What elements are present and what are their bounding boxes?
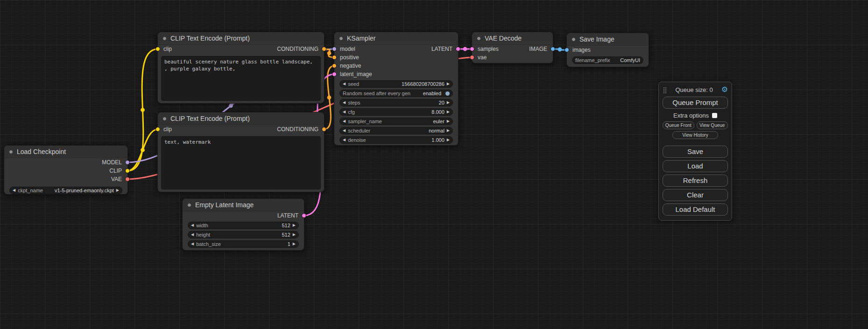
output-port-model[interactable]	[125, 160, 130, 165]
extra-options-checkbox[interactable]	[712, 113, 717, 118]
next-arrow-icon[interactable]: ▶	[447, 82, 450, 86]
input-port-latent-image[interactable]	[332, 72, 337, 77]
node-title-text: KSampler	[347, 35, 375, 42]
node-load-checkpoint[interactable]: Load Checkpoint MODEL CLIP VAE ◀ ckpt_na…	[4, 145, 128, 195]
output-label-vae: VAE	[111, 176, 122, 182]
node-title-bar[interactable]: CLIP Text Encode (Prompt)	[158, 32, 324, 45]
slot-row: positive	[334, 53, 458, 62]
node-empty-latent-image[interactable]: Empty Latent Image LATENT ◀ width 512 ▶ …	[182, 198, 304, 251]
widget-seed[interactable]: ◀ seed 156680208700286 ▶	[339, 80, 453, 88]
node-vae-decode[interactable]: VAE Decode samples IMAGE vae	[472, 32, 553, 63]
next-arrow-icon[interactable]: ▶	[447, 101, 450, 105]
input-label-clip: clip	[163, 46, 172, 52]
node-title-bar[interactable]: Load Checkpoint	[4, 146, 127, 158]
input-label-clip: clip	[163, 126, 172, 133]
prev-arrow-icon[interactable]: ◀	[343, 101, 346, 105]
node-ksampler[interactable]: KSampler model LATENT positive negative …	[334, 32, 459, 146]
widget-width[interactable]: ◀ width 512 ▶	[188, 222, 299, 229]
view-history-button[interactable]: View History	[672, 131, 718, 139]
settings-gear-icon[interactable]: ⚙	[721, 86, 728, 93]
prev-arrow-icon[interactable]: ◀	[191, 242, 194, 246]
prev-arrow-icon[interactable]: ◀	[343, 110, 346, 114]
clear-button[interactable]: Clear	[663, 189, 728, 201]
widget-filename-prefix[interactable]: filename_prefix ComfyUI	[572, 56, 643, 64]
next-arrow-icon[interactable]: ▶	[447, 138, 450, 142]
node-title-bar[interactable]: Save Image	[567, 33, 649, 46]
node-title-bar[interactable]: Empty Latent Image	[183, 199, 304, 211]
drag-handle-icon[interactable]: ⣿	[663, 86, 667, 93]
output-port-latent[interactable]	[302, 213, 306, 218]
input-port-samples[interactable]	[470, 47, 474, 51]
next-arrow-icon[interactable]: ▶	[293, 242, 296, 246]
node-title-bar[interactable]: KSampler	[334, 32, 458, 45]
prev-arrow-icon[interactable]: ◀	[343, 129, 346, 133]
input-port-clip[interactable]	[155, 127, 160, 132]
next-arrow-icon[interactable]: ▶	[116, 189, 119, 192]
widget-ckpt-name[interactable]: ◀ ckpt_name v1-5-pruned-emaonly.ckpt ▶	[9, 187, 122, 194]
input-port-clip[interactable]	[155, 47, 160, 51]
collapse-dot[interactable]	[187, 203, 191, 207]
input-port-model[interactable]	[332, 47, 337, 51]
node-title-text: CLIP Text Encode (Prompt)	[170, 115, 250, 122]
output-port-image[interactable]	[550, 47, 555, 51]
graph-canvas[interactable]: Load Checkpoint MODEL CLIP VAE ◀ ckpt_na…	[0, 0, 868, 329]
prev-arrow-icon[interactable]: ◀	[343, 119, 346, 123]
next-arrow-icon[interactable]: ▶	[293, 233, 296, 237]
negative-prompt-textarea[interactable]: text, watermark	[161, 136, 321, 189]
widget-random-seed-toggle[interactable]: Random seed after every gen enabled	[339, 90, 453, 97]
output-port-latent[interactable]	[456, 47, 460, 51]
prev-arrow-icon[interactable]: ◀	[191, 233, 194, 237]
node-clip-text-encode-positive[interactable]: CLIP Text Encode (Prompt) clip CONDITION…	[157, 32, 325, 104]
node-title-bar[interactable]: VAE Decode	[472, 32, 553, 45]
input-port-images[interactable]	[565, 48, 569, 52]
collapse-dot[interactable]	[339, 36, 343, 41]
next-arrow-icon[interactable]: ▶	[447, 110, 450, 114]
view-queue-button[interactable]: View Queue	[697, 121, 728, 129]
widget-cfg[interactable]: ◀ cfg 8.000 ▶	[339, 108, 453, 116]
next-arrow-icon[interactable]: ▶	[447, 119, 450, 123]
input-port-positive[interactable]	[332, 55, 337, 60]
queue-front-button[interactable]: Queue Front	[663, 121, 694, 129]
widget-batch-size[interactable]: ◀ batch_size 1 ▶	[188, 240, 299, 248]
collapse-dot[interactable]	[477, 36, 481, 41]
prev-arrow-icon[interactable]: ◀	[191, 224, 194, 227]
widget-sampler-name[interactable]: ◀ sampler_name euler ▶	[339, 118, 453, 125]
widget-height[interactable]: ◀ height 512 ▶	[188, 231, 299, 238]
slot-row: negative	[334, 62, 458, 70]
extra-options-row: Extra options	[663, 112, 728, 119]
prev-arrow-icon[interactable]: ◀	[13, 189, 15, 192]
collapse-dot[interactable]	[9, 150, 13, 154]
load-default-button[interactable]: Load Default	[663, 203, 728, 216]
node-save-image[interactable]: Save Image images filename_prefix ComfyU…	[566, 33, 649, 67]
input-label-negative: negative	[340, 63, 361, 69]
input-port-vae[interactable]	[470, 55, 474, 60]
refresh-button[interactable]: Refresh	[663, 175, 728, 187]
node-title-text: Empty Latent Image	[195, 201, 254, 209]
widget-scheduler[interactable]: ◀ scheduler normal ▶	[339, 127, 453, 134]
widget-denoise[interactable]: ◀ denoise 1.000 ▶	[339, 136, 453, 144]
node-title-bar[interactable]: CLIP Text Encode (Prompt)	[158, 112, 324, 125]
slot-row: samples IMAGE	[472, 45, 553, 53]
input-port-negative[interactable]	[332, 63, 337, 68]
save-button[interactable]: Save	[663, 146, 728, 158]
toggle-dot[interactable]	[445, 91, 450, 96]
prev-arrow-icon[interactable]: ◀	[343, 138, 346, 142]
widget-name: batch_size	[196, 241, 221, 247]
positive-prompt-textarea[interactable]: beautiful scenery nature glass bottle la…	[161, 56, 321, 101]
next-arrow-icon[interactable]: ▶	[447, 129, 450, 133]
node-clip-text-encode-negative[interactable]: CLIP Text Encode (Prompt) clip CONDITION…	[157, 112, 325, 192]
next-arrow-icon[interactable]: ▶	[293, 224, 296, 227]
slot-row: CLIP	[4, 167, 127, 175]
output-port-clip[interactable]	[125, 168, 130, 173]
queue-prompt-button[interactable]: Queue Prompt	[663, 97, 728, 109]
output-port-conditioning[interactable]	[322, 47, 326, 51]
load-button[interactable]: Load	[663, 160, 728, 172]
collapse-dot[interactable]	[162, 117, 167, 121]
collapse-dot[interactable]	[572, 37, 576, 42]
widget-steps[interactable]: ◀ steps 20 ▶	[339, 99, 453, 106]
prev-arrow-icon[interactable]: ◀	[343, 82, 346, 86]
output-port-vae[interactable]	[125, 177, 130, 182]
collapse-dot[interactable]	[162, 36, 167, 41]
widget-name: steps	[348, 100, 360, 105]
output-port-conditioning[interactable]	[322, 127, 326, 132]
